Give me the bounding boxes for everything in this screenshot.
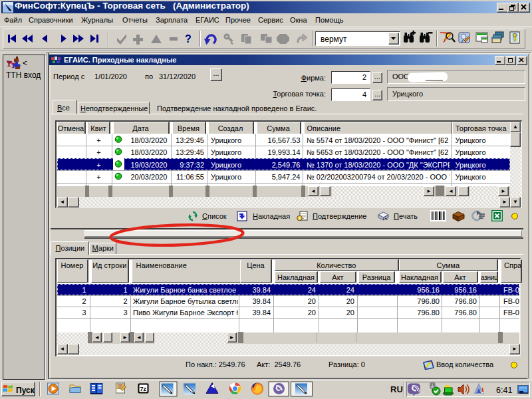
svg-text:?: ? (185, 33, 192, 45)
svg-text:7z: 7z (140, 386, 147, 392)
